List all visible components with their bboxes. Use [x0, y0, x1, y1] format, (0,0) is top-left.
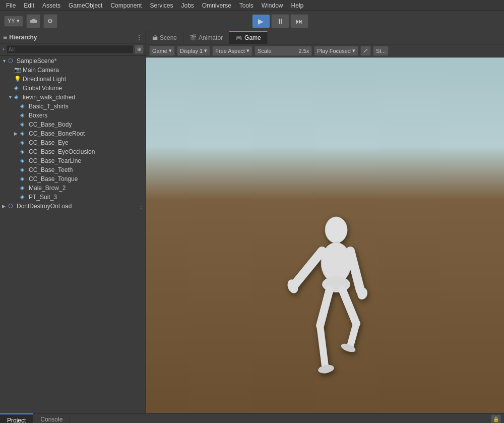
settings-button[interactable]: ⚙: [43, 14, 57, 28]
hierarchy-item-kevinwalk[interactable]: ▼ ◈ kevin_walk_clothed: [0, 93, 146, 102]
svg-line-9: [320, 326, 325, 366]
game-tab-label: Game: [244, 34, 261, 41]
main-layout: ≡ Hierarchy ⋮ + ⊕ ▼ ⬡ SampleScene* 📷 Mai…: [0, 31, 504, 413]
hierarchy-item-ccbaseboneroot[interactable]: ▶ ◈ CC_Base_BoneRoot: [0, 129, 146, 138]
hierarchy-item-dontdestroy[interactable]: ▶ ⬡ DontDestroyOnLoad ⋮: [0, 202, 146, 211]
label-ccbasetongue: CC_Base_Tongue: [29, 175, 78, 183]
account-label: YY ▾: [8, 18, 20, 24]
menu-jobs[interactable]: Jobs: [177, 0, 198, 11]
tab-project[interactable]: Project: [0, 413, 33, 424]
toolbar: YY ▾ ⚙ ▶ ⏸ ⏭: [0, 11, 504, 31]
hierarchy-item-basictshirts[interactable]: ◈ Basic_T_shirts: [0, 102, 146, 111]
label-ccbasetearline: CC_Base_TearLine: [29, 157, 81, 164]
hierarchy-search-btn[interactable]: ⊕: [135, 45, 144, 54]
mesh-icon-ccbaseteeth: ◈: [20, 166, 27, 173]
mesh-icon-ccbasetongue: ◈: [20, 175, 27, 183]
scene-icon-dontdestroy: ⬡: [8, 203, 15, 210]
play-controls: ▶ ⏸ ⏭: [252, 14, 308, 28]
game-canvas: [146, 57, 504, 413]
hierarchy-item-ccbasetearline[interactable]: ◈ CC_Base_TearLine: [0, 156, 146, 165]
svg-point-10: [318, 364, 335, 374]
svg-line-5: [350, 251, 360, 290]
label-ccbaseeyeocclusion: CC_Base_EyeOcclusion: [29, 148, 95, 155]
hierarchy-lock-icon[interactable]: ≡: [3, 33, 7, 41]
menu-tools[interactable]: Tools: [235, 0, 258, 11]
tab-bar: 🏔 Scene 🎬 Animator 🎮 Game: [146, 31, 504, 44]
arrow-ccbaseboneroot: ▶: [14, 131, 20, 136]
hierarchy-item-boxers[interactable]: ◈ Boxers: [0, 111, 146, 120]
hierarchy-menu-icon[interactable]: ⋮: [136, 33, 143, 41]
hierarchy-list: ▼ ⬡ SampleScene* 📷 Main Camera 💡 Directi…: [0, 55, 146, 413]
menu-gameobject[interactable]: GameObject: [65, 0, 106, 11]
menu-help[interactable]: Help: [287, 0, 308, 11]
menu-assets[interactable]: Assets: [38, 0, 65, 11]
hierarchy-search-input[interactable]: [6, 45, 134, 54]
svg-line-12: [350, 324, 356, 346]
hierarchy-item-samplescene[interactable]: ▼ ⬡ SampleScene*: [0, 56, 146, 66]
hierarchy-item-ccbaseeyeocclusion[interactable]: ◈ CC_Base_EyeOcclusion: [0, 147, 146, 156]
menu-services[interactable]: Services: [146, 0, 177, 11]
menu-bar: File Edit Assets GameObject Component Se…: [0, 0, 504, 11]
tab-game[interactable]: 🎮 Game: [229, 31, 268, 44]
mesh-icon-ccbaseeye: ◈: [20, 139, 27, 146]
mesh-icon-ccbaseboneroot: ◈: [20, 130, 27, 137]
hierarchy-item-ccbaseeye[interactable]: ◈ CC_Base_Eye: [0, 138, 146, 147]
dontdestroy-menu[interactable]: ⋮: [139, 204, 144, 209]
aspect-dropdown[interactable]: Free Aspect ▾: [212, 46, 253, 56]
hierarchy-item-dirlight[interactable]: 💡 Directional Light: [0, 75, 146, 84]
bottom-tab-bar: Project Console 🔒: [0, 413, 504, 423]
hierarchy-item-ccbasebody[interactable]: ◈ CC_Base_Body: [0, 120, 146, 129]
tab-console[interactable]: Console: [33, 413, 70, 424]
menu-omniverse[interactable]: Omniverse: [198, 0, 235, 11]
hierarchy-item-maincamera[interactable]: 📷 Main Camera: [0, 66, 146, 75]
hierarchy-search-row: + ⊕: [0, 43, 146, 55]
scale-slider[interactable]: [275, 50, 295, 52]
add-icon[interactable]: +: [2, 46, 5, 52]
hierarchy-item-globalvolume[interactable]: ◈ Global Volume: [0, 84, 146, 93]
hierarchy-item-malebrow[interactable]: ◈ Male_Brow_2: [0, 184, 146, 193]
mesh-icon-boxers: ◈: [20, 112, 27, 119]
mesh-icon-malebrow: ◈: [20, 185, 27, 192]
stats-btn[interactable]: St...: [373, 46, 389, 56]
step-button[interactable]: ⏭: [290, 14, 308, 28]
account-dropdown[interactable]: YY ▾: [4, 16, 23, 27]
mesh-icon-basictshirts: ◈: [20, 103, 27, 110]
aspect-chevron: ▾: [246, 47, 249, 54]
aspect-label: Free Aspect: [215, 48, 245, 54]
tab-scene[interactable]: 🏔 Scene: [146, 31, 183, 44]
menu-file[interactable]: File: [2, 0, 20, 11]
label-ptsuit: PT_Suit_3: [29, 194, 57, 201]
character-3d: [281, 210, 392, 383]
hierarchy-title: Hierarchy: [9, 34, 134, 41]
menu-component[interactable]: Component: [106, 0, 146, 11]
label-ccbasebody: CC_Base_Body: [29, 121, 72, 128]
mesh-icon-ccbasebody: ◈: [20, 121, 27, 128]
animator-tab-icon: 🎬: [190, 34, 197, 41]
cam-icon-maincamera: 📷: [14, 67, 21, 74]
play-button[interactable]: ▶: [252, 14, 270, 28]
mesh-icon-ccbasetearline: ◈: [20, 157, 27, 164]
game-display-dropdown[interactable]: Game ▾: [149, 46, 175, 56]
label-ccbaseboneroot: CC_Base_BoneRoot: [29, 130, 85, 137]
scale-control[interactable]: Scale 2.5x: [255, 46, 312, 56]
play-focused-dropdown[interactable]: Play Focused ▾: [314, 46, 358, 56]
maximize-btn[interactable]: ⤢: [360, 46, 371, 56]
menu-edit[interactable]: Edit: [20, 0, 38, 11]
display-dropdown[interactable]: Display 1 ▾: [177, 46, 210, 56]
cloud-button[interactable]: [26, 14, 40, 28]
menu-window[interactable]: Window: [258, 0, 287, 11]
hierarchy-item-ptsuit[interactable]: ◈ PT_Suit_3: [0, 193, 146, 202]
tab-animator[interactable]: 🎬 Animator: [183, 31, 229, 44]
hierarchy-item-ccbaseteeth[interactable]: ◈ CC_Base_Teeth: [0, 165, 146, 174]
bottom-panel: Project Console 🔒 + ▼ ★ Favorites: [0, 413, 504, 423]
mesh-icon-ptsuit: ◈: [20, 194, 27, 201]
label-maincamera: Main Camera: [23, 67, 59, 74]
pause-button[interactable]: ⏸: [271, 14, 289, 28]
label-kevinwalk: kevin_walk_clothed: [23, 94, 75, 101]
hierarchy-item-ccbasetongue[interactable]: ◈ CC_Base_Tongue: [0, 174, 146, 184]
scale-value: 2.5x: [298, 48, 309, 54]
game-toolbar: Game ▾ Display 1 ▾ Free Aspect ▾ Scale 2…: [146, 44, 504, 57]
game-background: [146, 57, 504, 413]
bottom-lock-btn[interactable]: 🔒: [491, 414, 501, 424]
label-boxers: Boxers: [29, 112, 47, 119]
